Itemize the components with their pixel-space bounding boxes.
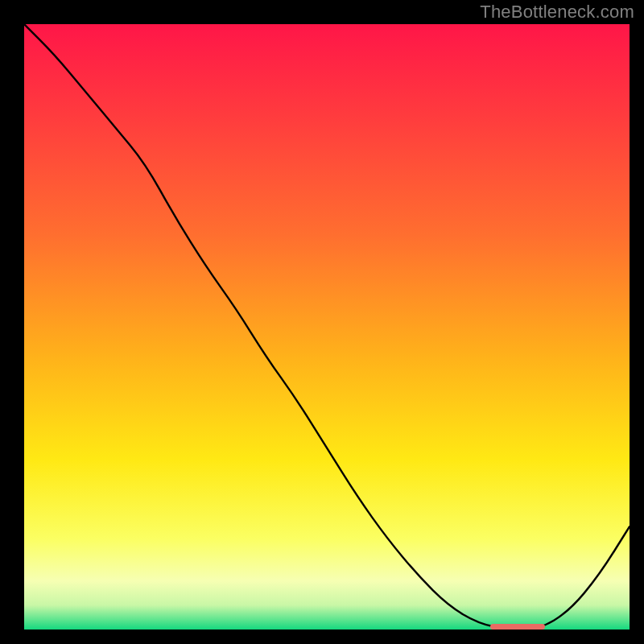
- chart-svg: [24, 24, 630, 630]
- minimum-marker: [490, 624, 545, 630]
- plot-area: [24, 24, 630, 630]
- attribution-text: TheBottleneck.com: [480, 2, 634, 23]
- chart-frame: TheBottleneck.com: [0, 0, 644, 644]
- gradient-background: [24, 24, 630, 630]
